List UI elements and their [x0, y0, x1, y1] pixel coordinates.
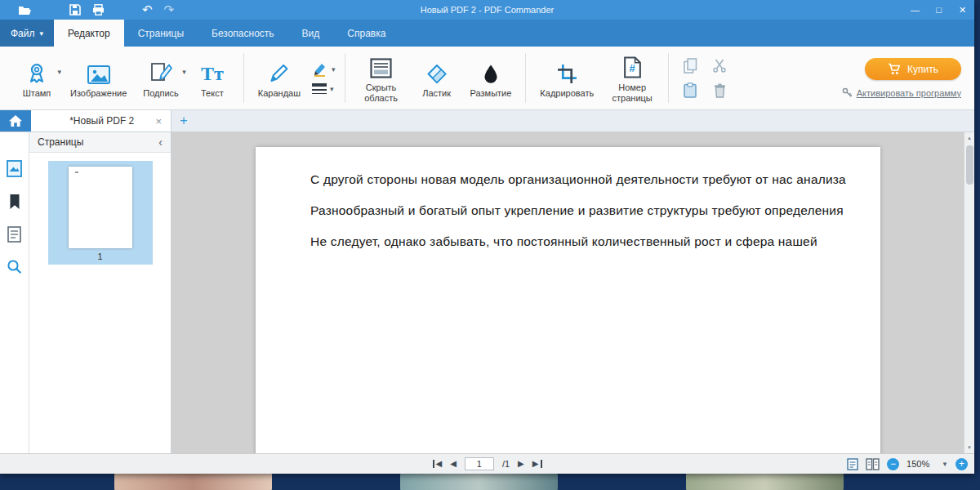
- menu-tab-editor[interactable]: Редактор: [54, 20, 124, 47]
- paste-icon[interactable]: [681, 81, 699, 100]
- blur-tool-button[interactable]: Размытие: [462, 47, 520, 109]
- signature-label: Подпись: [143, 88, 179, 99]
- menu-tab-security[interactable]: Безопасность: [198, 20, 288, 47]
- menu-tab-view[interactable]: Вид: [288, 20, 334, 47]
- notes-panel-icon[interactable]: [7, 226, 21, 243]
- maximize-button[interactable]: □: [927, 0, 951, 20]
- menu-file-button[interactable]: Файл ▾: [0, 20, 54, 47]
- menu-tab-pages[interactable]: Страницы: [124, 20, 198, 47]
- line-thickness-dropdown[interactable]: ▾: [312, 83, 336, 94]
- collapse-panel-icon[interactable]: ‹: [158, 136, 163, 149]
- eraser-tool-button[interactable]: Ластик: [412, 47, 462, 109]
- side-icon-strip: [0, 132, 29, 453]
- next-page-icon[interactable]: ▶: [518, 460, 524, 468]
- vertical-scrollbar[interactable]: ▲ ▼: [964, 132, 974, 453]
- color-picker-dropdown[interactable]: ▾: [312, 62, 336, 77]
- zoom-out-button[interactable]: −: [887, 458, 899, 470]
- hide-area-tool-button[interactable]: Скрыть область: [351, 47, 412, 109]
- pencil-tool-button[interactable]: Карандаш: [250, 47, 309, 109]
- home-icon: [8, 114, 23, 127]
- home-button[interactable]: [0, 110, 31, 131]
- crop-tool-button[interactable]: Кадрировать: [532, 47, 602, 109]
- hide-area-label: Скрыть область: [359, 82, 403, 103]
- bookmarks-panel-icon[interactable]: [8, 194, 21, 210]
- signature-tool-button[interactable]: ▾ Подпись: [135, 47, 187, 109]
- cart-icon: [888, 63, 901, 75]
- document-tab-bar: *Новый PDF 2 × +: [0, 110, 974, 132]
- cut-icon[interactable]: [710, 56, 728, 76]
- document-tab[interactable]: *Новый PDF 2 ×: [31, 110, 172, 131]
- page-thumbnail-preview: [69, 167, 132, 248]
- delete-icon[interactable]: [710, 81, 728, 100]
- plus-icon: +: [180, 114, 187, 128]
- color-picker-icon: [312, 62, 328, 77]
- signature-icon: [150, 60, 172, 84]
- pages-panel-title: Страницы: [38, 136, 83, 148]
- page-text-line: С другой стороны новая модель организаци…: [310, 172, 846, 187]
- search-icon[interactable]: [7, 259, 22, 274]
- crop-label: Кадрировать: [540, 88, 594, 99]
- tab-close-icon[interactable]: ×: [153, 115, 164, 127]
- single-page-view-icon[interactable]: [847, 458, 858, 470]
- desktop-photo: [114, 474, 272, 490]
- hide-area-icon: [370, 54, 392, 78]
- menu-tab-label: Справка: [347, 28, 385, 39]
- menu-file-label: Файл: [11, 28, 35, 39]
- two-page-view-icon[interactable]: [866, 458, 880, 470]
- minimize-button[interactable]: —: [903, 0, 927, 20]
- menu-tab-label: Редактор: [68, 28, 110, 39]
- buy-button[interactable]: Купить: [865, 58, 961, 80]
- zoom-dropdown-icon[interactable]: ▼: [942, 461, 948, 468]
- page-number-input[interactable]: [465, 457, 494, 470]
- open-folder-icon[interactable]: [18, 5, 32, 16]
- zoom-level[interactable]: 150%: [906, 459, 934, 469]
- desktop-photo: [686, 474, 844, 490]
- close-button[interactable]: ✕: [951, 0, 974, 20]
- page-thumbnail[interactable]: 1: [48, 161, 153, 265]
- undo-icon[interactable]: ↶: [142, 4, 153, 16]
- toolbar-divider: [525, 53, 526, 103]
- toolbar-divider: [668, 53, 669, 103]
- scrollbar-thumb[interactable]: [966, 145, 973, 185]
- image-icon: [87, 60, 110, 84]
- thumbnails-panel-icon[interactable]: [7, 160, 22, 177]
- image-tool-button[interactable]: Изображение: [62, 47, 135, 109]
- eraser-label: Ластик: [422, 88, 451, 99]
- buy-label: Купить: [907, 64, 938, 75]
- activate-link[interactable]: Активировать программу: [842, 87, 961, 98]
- pdf-page[interactable]: С другой стороны новая модель организаци…: [256, 147, 880, 453]
- title-bar: ↶ ↷ Новый PDF 2 - PDF Commander — □ ✕: [0, 0, 974, 20]
- text-tool-icon: Tт: [201, 60, 224, 84]
- page-total-label: /1: [502, 459, 510, 469]
- text-tool-button[interactable]: Tт Текст: [187, 47, 238, 109]
- page-number-tool-button[interactable]: # Номер страницы: [602, 47, 662, 109]
- zoom-in-button[interactable]: +: [956, 458, 968, 470]
- page-number-label: Номер страницы: [610, 82, 654, 103]
- print-icon[interactable]: [92, 4, 105, 16]
- chevron-down-icon: ▾: [40, 29, 44, 38]
- previous-page-icon[interactable]: ◀: [450, 460, 457, 468]
- page-navigation: ◀ ◀ /1 ▶ ▶: [433, 454, 542, 474]
- menu-tab-help[interactable]: Справка: [333, 20, 399, 47]
- zoom-controls: − 150% ▼ +: [847, 454, 968, 474]
- toolbar-divider: [345, 53, 345, 103]
- scroll-down-icon[interactable]: ▼: [964, 445, 974, 450]
- menu-tab-label: Безопасность: [212, 28, 274, 39]
- scroll-up-icon[interactable]: ▲: [964, 136, 974, 140]
- save-icon[interactable]: [69, 4, 81, 16]
- chevron-down-icon[interactable]: ▾: [57, 68, 61, 76]
- pages-panel: Страницы ‹ 1: [29, 132, 172, 453]
- stamp-tool-button[interactable]: ▾ Штамп: [11, 47, 62, 109]
- pencil-icon: [268, 60, 290, 84]
- document-viewport[interactable]: С другой стороны новая модель организаци…: [172, 132, 974, 453]
- last-page-icon[interactable]: ▶: [532, 460, 542, 468]
- redo-icon[interactable]: ↷: [164, 4, 175, 16]
- first-page-icon[interactable]: ◀: [433, 460, 443, 468]
- add-tab-button[interactable]: +: [172, 110, 196, 131]
- app-window: ↶ ↷ Новый PDF 2 - PDF Commander — □ ✕ Фа…: [0, 0, 974, 474]
- thumbnail-page-number: 1: [48, 252, 153, 261]
- copy-icon[interactable]: [681, 56, 699, 76]
- menu-bar: Файл ▾ Редактор Страницы Безопасность Ви…: [0, 20, 974, 47]
- blur-drop-icon: [483, 60, 498, 84]
- chevron-down-icon[interactable]: ▾: [182, 68, 186, 76]
